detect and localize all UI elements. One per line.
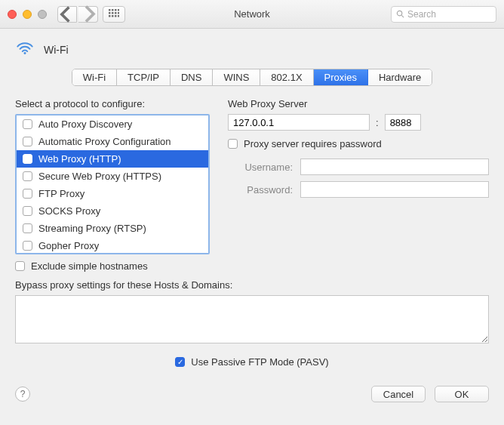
zoom-window-button[interactable] [38, 10, 47, 19]
footer: ? Cancel OK [0, 378, 504, 413]
tab-wi-fi[interactable]: Wi-Fi [72, 69, 117, 85]
tab-hardware[interactable]: Hardware [368, 69, 432, 85]
protocol-list-label: Select a protocol to configure: [15, 98, 210, 109]
proxy-host-input[interactable] [228, 114, 370, 131]
ok-button[interactable]: OK [435, 386, 489, 402]
tab-802-1x[interactable]: 802.1X [260, 69, 313, 85]
show-all-prefs-button[interactable] [103, 6, 125, 23]
service-name: Wi-Fi [44, 44, 69, 56]
svg-rect-6 [115, 12, 117, 14]
requires-password-checkbox[interactable] [228, 139, 238, 149]
svg-point-12 [397, 11, 401, 15]
titlebar: Network Search [0, 0, 504, 29]
help-button[interactable]: ? [15, 387, 30, 402]
password-label: Password: [228, 184, 293, 196]
proxy-port-input[interactable] [385, 114, 421, 131]
svg-rect-3 [118, 9, 119, 11]
traffic-lights [8, 10, 47, 19]
protocol-row[interactable]: SOCKS Proxy [17, 202, 208, 220]
protocol-checkbox[interactable] [23, 154, 32, 164]
svg-line-13 [401, 15, 404, 17]
cancel-button[interactable]: Cancel [371, 386, 426, 402]
protocol-row[interactable]: Auto Proxy Discovery [17, 115, 208, 133]
protocol-label: FTP Proxy [38, 188, 85, 199]
proxy-server-label: Web Proxy Server [228, 98, 489, 109]
wifi-icon [15, 41, 35, 58]
username-label: Username: [228, 162, 293, 173]
protocol-checkbox[interactable] [23, 137, 32, 146]
search-placeholder: Search [407, 9, 436, 20]
forward-button[interactable] [78, 6, 98, 23]
host-port-separator: : [374, 117, 380, 128]
passive-ftp-label: Use Passive FTP Mode (PASV) [191, 356, 328, 368]
tab-tcp-ip[interactable]: TCP/IP [117, 69, 171, 85]
tab-wins[interactable]: WINS [213, 69, 260, 85]
nav-buttons [57, 6, 98, 23]
protocol-checkbox[interactable] [23, 223, 32, 233]
username-input[interactable] [300, 159, 489, 175]
protocol-label: Automatic Proxy Configuration [38, 136, 171, 147]
protocol-row[interactable]: Streaming Proxy (RTSP) [17, 220, 208, 237]
svg-rect-8 [109, 15, 111, 17]
protocol-checkbox[interactable] [23, 171, 32, 181]
bypass-textarea[interactable] [15, 295, 489, 343]
svg-rect-7 [118, 12, 119, 14]
protocol-row[interactable]: Gopher Proxy [17, 237, 208, 254]
protocol-label: Gopher Proxy [38, 240, 99, 251]
search-icon [396, 10, 404, 18]
exclude-simple-checkbox[interactable] [15, 261, 25, 271]
password-input[interactable] [300, 181, 489, 198]
protocol-checkbox[interactable] [23, 119, 32, 129]
tab-bar: Wi-FiTCP/IPDNSWINS802.1XProxiesHardware [15, 69, 489, 86]
bypass-label: Bypass proxy settings for these Hosts & … [15, 279, 489, 291]
svg-rect-9 [112, 15, 114, 17]
svg-rect-1 [112, 9, 114, 11]
exclude-simple-label: Exclude simple hostnames [31, 260, 148, 272]
svg-rect-5 [112, 12, 114, 14]
protocol-checkbox[interactable] [23, 189, 32, 199]
protocol-label: Secure Web Proxy (HTTPS) [38, 171, 161, 182]
svg-point-14 [24, 52, 26, 54]
svg-rect-10 [115, 15, 117, 17]
protocol-row[interactable]: FTP Proxy [17, 185, 208, 202]
close-window-button[interactable] [8, 10, 17, 19]
search-field[interactable]: Search [391, 6, 496, 23]
protocol-row[interactable]: Automatic Proxy Configuration [17, 133, 208, 150]
protocol-list[interactable]: Auto Proxy DiscoveryAutomatic Proxy Conf… [15, 114, 210, 254]
protocol-checkbox[interactable] [23, 241, 32, 251]
svg-rect-0 [109, 9, 111, 11]
svg-rect-4 [109, 12, 111, 14]
back-button[interactable] [57, 6, 77, 23]
svg-rect-2 [115, 9, 117, 11]
protocol-label: Streaming Proxy (RTSP) [38, 223, 146, 234]
tab-proxies[interactable]: Proxies [314, 69, 368, 85]
protocol-label: Auto Proxy Discovery [38, 119, 132, 130]
protocol-checkbox[interactable] [23, 206, 32, 216]
svg-rect-11 [118, 15, 119, 17]
minimize-window-button[interactable] [23, 10, 32, 19]
protocol-label: SOCKS Proxy [38, 205, 100, 217]
content-area: Wi-Fi Wi-FiTCP/IPDNSWINS802.1XProxiesHar… [0, 29, 504, 378]
protocol-label: Web Proxy (HTTP) [38, 153, 121, 165]
service-heading: Wi-Fi [15, 41, 489, 58]
tab-dns[interactable]: DNS [171, 69, 213, 85]
protocol-row[interactable]: Secure Web Proxy (HTTPS) [17, 168, 208, 185]
requires-password-label: Proxy server requires password [244, 138, 382, 149]
protocol-row[interactable]: Web Proxy (HTTP) [17, 150, 208, 168]
passive-ftp-checkbox[interactable] [175, 357, 185, 367]
